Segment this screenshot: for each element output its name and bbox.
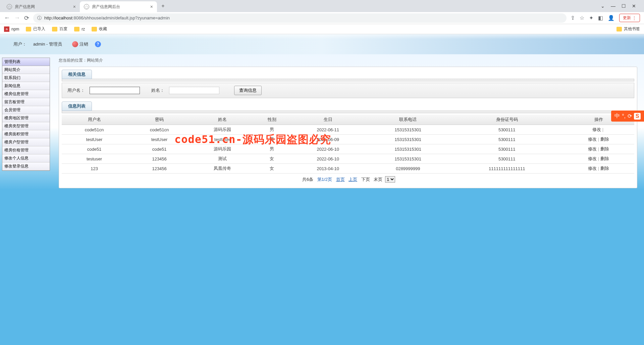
table-cell: testUser: [127, 135, 192, 144]
logout-link[interactable]: 注销: [72, 41, 88, 48]
sidebar-item[interactable]: 楼房户型管理: [2, 138, 50, 146]
table-cell: 123456: [127, 154, 192, 164]
edit-link[interactable]: 修改: [588, 146, 597, 151]
bookmark-npm[interactable]: nnpm: [4, 26, 19, 32]
sidebar-item[interactable]: 修改登录信息: [2, 162, 50, 170]
reload-icon[interactable]: ⟳: [24, 14, 29, 22]
bookmark-item[interactable]: rz: [74, 27, 85, 31]
help-icon[interactable]: ?: [95, 41, 101, 47]
table-header: 联系电话: [365, 115, 451, 125]
tab-active[interactable]: ◌ 房产信息网后台 ×: [80, 1, 157, 12]
sidebar-item[interactable]: 新闻信息: [2, 82, 50, 90]
filter-section-title: 相关信息: [62, 70, 92, 79]
table-header: 姓名: [192, 115, 253, 125]
pager-first[interactable]: 首页: [336, 177, 345, 182]
table-cell: 15315315301: [365, 125, 451, 135]
table-cell: code51cn: [62, 125, 127, 135]
delete-link[interactable]: 删除: [600, 156, 609, 161]
app-header: 用户： admin - 管理员 注销 ?: [0, 34, 644, 54]
window-controls: ⌄ — ☐ ✕: [601, 3, 641, 9]
sidebar-item[interactable]: 楼房信息管理: [2, 90, 50, 98]
table-header: 性别: [253, 115, 291, 125]
other-bookmarks[interactable]: 其他书签: [616, 26, 640, 32]
bookmark-item[interactable]: 收藏: [92, 26, 107, 32]
name-input[interactable]: [169, 87, 219, 94]
table-cell: 15315315301: [365, 154, 451, 164]
username-label: 用户名：: [67, 87, 85, 93]
bookmarks-bar: nnpm 已导入 百度 rz 收藏 其他书签: [0, 24, 644, 34]
close-icon[interactable]: ×: [73, 4, 76, 9]
sidebar-item[interactable]: 楼房价格管理: [2, 146, 50, 154]
sidepanel-icon[interactable]: ◧: [598, 15, 603, 21]
edit-link[interactable]: 修改: [588, 137, 597, 142]
back-icon[interactable]: ←: [4, 14, 10, 21]
table-cell: code51: [127, 144, 192, 154]
sidebar-header: 管理列表: [2, 58, 50, 66]
sidebar-item[interactable]: 楼房地区管理: [2, 114, 50, 122]
star-icon[interactable]: ☆: [580, 15, 584, 21]
close-window-icon[interactable]: ✕: [632, 3, 636, 9]
update-button[interactable]: 更新⋮: [619, 14, 640, 22]
folder-icon: [74, 27, 79, 31]
edit-link[interactable]: 修改: [588, 156, 597, 161]
bookmark-item[interactable]: 百度: [52, 26, 67, 32]
user-value: admin - 管理员: [33, 41, 62, 47]
delete-link[interactable]: 删除: [600, 166, 609, 171]
sidebar-item[interactable]: 会员管理: [2, 106, 50, 114]
pager-prev[interactable]: 上页: [348, 177, 357, 182]
sidebar-item[interactable]: 联系我们: [2, 74, 50, 82]
bookmark-item[interactable]: 已导入: [26, 26, 45, 32]
close-icon[interactable]: ×: [150, 4, 153, 9]
query-button[interactable]: 查询信息: [234, 86, 262, 95]
app-root: 用户： admin - 管理员 注销 ? 管理列表 网站简介联系我们新闻信息楼房…: [0, 34, 644, 345]
extensions-icon[interactable]: ✦: [589, 15, 593, 21]
new-tab-button[interactable]: +: [158, 3, 168, 9]
delete-link[interactable]: 删除: [600, 146, 609, 151]
sidebar-item[interactable]: 楼房类型管理: [2, 122, 50, 130]
table-cell: 女: [253, 164, 291, 174]
globe-icon: ◌: [84, 4, 89, 9]
info-icon[interactable]: ⓘ: [37, 15, 42, 21]
sidebar-item[interactable]: 留言板管理: [2, 98, 50, 106]
dropdown-icon[interactable]: ⌄: [601, 3, 605, 9]
edit-link[interactable]: 修改: [588, 166, 597, 171]
forward-icon[interactable]: →: [14, 14, 20, 21]
table-row: code51code51源码乐园男2022-06-101531531530153…: [62, 144, 634, 154]
ime-indicator[interactable]: 中°,⟳ S: [611, 111, 644, 122]
table-cell: testuser: [62, 154, 127, 164]
table-cell: 123: [62, 164, 127, 174]
browser-toolbar: ← → ⟳ ⓘ http://localhost:8086/shhouse/ad…: [0, 12, 644, 24]
name-label: 姓名：: [151, 87, 164, 93]
browser-chrome: ◌ 房产信息网 × ◌ 房产信息网后台 × + ⌄ — ☐ ✕ ← → ⟳ ⓘ …: [0, 0, 644, 34]
edit-link[interactable]: 修改: [592, 127, 601, 132]
section-divider: [62, 111, 634, 113]
table-cell-actions: 修改|删除: [563, 135, 634, 144]
maximize-icon[interactable]: ☐: [622, 3, 626, 9]
sidebar-item[interactable]: 网站简介: [2, 66, 50, 74]
username-input[interactable]: [90, 87, 140, 94]
pager-select[interactable]: 1: [385, 176, 395, 183]
share-icon[interactable]: ⇪: [571, 15, 575, 21]
pager-page: 第1/2页: [317, 177, 332, 182]
filter-row: 用户名： 姓名： 查询信息: [62, 83, 634, 98]
minimize-icon[interactable]: —: [611, 3, 615, 9]
table-header: 密码: [127, 115, 192, 125]
profile-icon[interactable]: 👤: [608, 15, 614, 21]
tab-inactive[interactable]: ◌ 房产信息网 ×: [3, 1, 80, 12]
table-header: 用户名: [62, 115, 127, 125]
breadcrumb: 您当前的位置：网站简介: [59, 58, 637, 63]
table-row: code51cncode51cn源码乐园男2022-06-11153153153…: [62, 125, 634, 135]
table-row: testUsertestUsertestUser男2022-06-0915315…: [62, 135, 634, 144]
table-cell-actions: 修改|删除: [563, 144, 634, 154]
delete-link[interactable]: 删除: [600, 137, 609, 142]
sidebar-item[interactable]: 修改个人信息: [2, 154, 50, 162]
table-cell: 测试: [192, 154, 253, 164]
table-cell: 5300111: [451, 154, 563, 164]
ime-logo-icon: S: [634, 113, 641, 120]
table-cell: 2022-06-11: [291, 125, 365, 135]
url-bar[interactable]: ⓘ http://localhost:8086/shhouse/admin/de…: [33, 13, 567, 23]
sidebar-item[interactable]: 楼房面积管理: [2, 130, 50, 138]
table-cell: 2013-04-10: [291, 164, 365, 174]
table-cell: 5300111: [451, 125, 563, 135]
table-cell: 0289999999: [365, 164, 451, 174]
